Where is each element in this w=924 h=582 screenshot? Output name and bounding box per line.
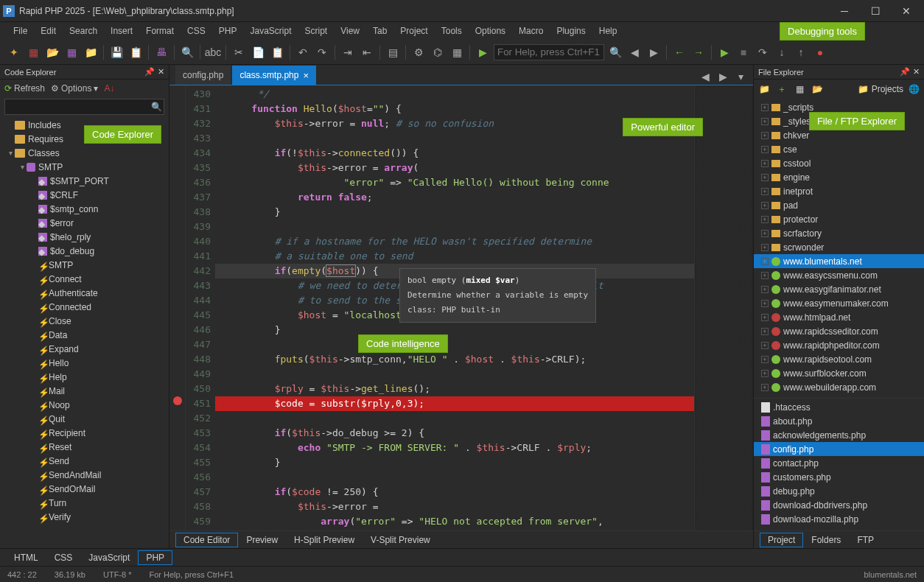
folder-node[interactable]: +scrfactory [754, 226, 924, 240]
file-node[interactable]: config.php [754, 442, 924, 456]
cut-icon[interactable]: ✂ [231, 44, 247, 60]
expand-icon[interactable]: + [761, 188, 769, 195]
tree-node[interactable]: ⚡Verify [0, 510, 169, 524]
menu-script[interactable]: Script [299, 24, 334, 38]
code-line[interactable]: if($this->do_debug >= 2) { [215, 426, 694, 441]
menu-tab[interactable]: Tab [367, 24, 393, 38]
menu-search[interactable]: Search [63, 24, 103, 38]
menu-edit[interactable]: Edit [35, 24, 62, 38]
code-line[interactable] [215, 220, 694, 234]
file-node[interactable]: about.php [754, 414, 924, 428]
folder-node[interactable]: +www.easygifanimator.net [754, 282, 924, 296]
tree-node[interactable]: ◆$do_debug [0, 244, 169, 258]
view-tab[interactable]: H-Split Preview [286, 533, 363, 547]
file-node[interactable]: download-dbdrivers.php [754, 498, 924, 512]
code-line[interactable]: return false; [215, 190, 694, 205]
find-prev-icon[interactable]: ◀ [626, 44, 643, 60]
tree-node[interactable]: ⚡Send [0, 454, 169, 468]
file-node[interactable]: download-mozilla.php [754, 512, 924, 526]
sort-button[interactable]: A↓ [104, 83, 114, 94]
expand-icon[interactable]: + [761, 258, 769, 265]
tool3-icon[interactable]: ▦ [449, 44, 465, 60]
tree-node[interactable]: ◆$error [0, 216, 169, 230]
lang-tab-css[interactable]: CSS [46, 550, 81, 565]
code-line[interactable]: } [215, 205, 694, 220]
folder-node[interactable]: +protector [754, 212, 924, 226]
pin-icon[interactable]: 📌 [900, 67, 910, 77]
folder-node[interactable]: +www.surfblocker.com [754, 366, 924, 380]
save-icon[interactable]: 💾 [108, 44, 125, 60]
code-line[interactable]: $this->error = [215, 499, 694, 514]
projects-dropdown[interactable]: 📁 Projects [858, 84, 903, 94]
tree-node[interactable]: ⚡Mail [0, 384, 169, 398]
folder-tree[interactable]: +_scripts+_styles+chkver+cse+csstool+eng… [754, 99, 924, 398]
tab-menu-icon[interactable]: ▾ [732, 69, 749, 85]
menu-tools[interactable]: Tools [435, 24, 468, 38]
open-folder-icon[interactable]: 📁 [83, 44, 99, 60]
code-line[interactable]: $code = substr($rply,0,3); [215, 396, 694, 411]
expand-icon[interactable]: + [761, 230, 769, 237]
tree-node[interactable]: ▾Classes [0, 146, 169, 160]
tree-node[interactable]: ⚡Reset [0, 440, 169, 454]
breakpoint-marker[interactable] [173, 396, 182, 405]
nav-icon[interactable]: 📂 [810, 82, 825, 97]
tree-node[interactable]: ⚡Quit [0, 412, 169, 426]
file-node[interactable]: .htaccess [754, 400, 924, 414]
print-icon[interactable]: 🖶 [153, 44, 169, 60]
file-node[interactable]: contact.php [754, 456, 924, 470]
folder-node[interactable]: +csstool [754, 156, 924, 170]
tree-node[interactable]: ⚡SendAndMail [0, 468, 169, 482]
undo-icon[interactable]: ↶ [295, 44, 311, 60]
code-line[interactable]: echo "SMTP -> FROM SERVER: " . $this->CR… [215, 441, 694, 455]
lang-tab-html[interactable]: HTML [6, 550, 46, 565]
view-tab[interactable]: Code Editor [175, 533, 238, 547]
indent-icon[interactable]: ⇥ [340, 44, 356, 60]
file-tab[interactable]: config.php [175, 66, 231, 85]
folder-node[interactable]: +www.rapidphpeditor.com [754, 338, 924, 352]
code-line[interactable]: if($code != 250) { [215, 485, 694, 499]
tree-node[interactable]: ◆$SMTP_PORT [0, 174, 169, 188]
folder-node[interactable]: +www.blumentals.net [754, 254, 924, 268]
breakpoint-icon[interactable]: ● [812, 44, 828, 60]
code-line[interactable] [215, 470, 694, 485]
close-panel-icon[interactable]: ✕ [913, 67, 920, 77]
file-node[interactable]: customers.php [754, 470, 924, 484]
tree-node[interactable]: ⚡Turn [0, 496, 169, 510]
code-line[interactable]: # if a hostname for the HELO wasn't spec… [215, 234, 694, 249]
code-line[interactable]: } [215, 455, 694, 470]
new-folder-icon[interactable]: 📁 [757, 82, 771, 97]
minimize-button[interactable]: ─ [830, 1, 859, 21]
debug-stop-icon[interactable]: ■ [735, 44, 752, 60]
menu-plugins[interactable]: Plugins [550, 24, 591, 38]
tree-node[interactable]: ⚡Expand [0, 342, 169, 356]
explorer-tab-folders[interactable]: Folders [803, 533, 849, 547]
tree-node[interactable]: ⚡SendOrMail [0, 482, 169, 496]
close-button[interactable]: ✕ [892, 1, 921, 21]
menu-options[interactable]: Options [469, 24, 511, 38]
redo-icon[interactable]: ↷ [314, 44, 330, 60]
spellcheck-icon[interactable]: abc [205, 44, 221, 60]
tab-prev-icon[interactable]: ◀ [697, 69, 713, 85]
pin-icon[interactable]: 📌 [144, 67, 155, 77]
file-list[interactable]: .htaccessabout.phpacknowledgements.phpco… [754, 398, 924, 530]
code-line[interactable]: $this->error = array( [215, 161, 694, 175]
menu-format[interactable]: Format [140, 24, 180, 38]
file-node[interactable]: acknowledgements.php [754, 428, 924, 442]
panel-icon[interactable]: ▤ [385, 44, 401, 60]
code-line[interactable] [215, 367, 694, 382]
tool2-icon[interactable]: ⌬ [430, 44, 446, 60]
view-icon[interactable]: ▦ [792, 82, 807, 97]
nav-back-icon[interactable]: ← [671, 44, 687, 60]
new-file-icon[interactable]: ＋ [774, 82, 789, 97]
expand-icon[interactable]: + [761, 244, 769, 251]
copy-icon[interactable]: 📄 [250, 44, 266, 60]
tree-node[interactable]: ▾SMTP [0, 160, 169, 174]
search-input[interactable] [494, 44, 604, 60]
save-all-icon[interactable]: 📋 [127, 44, 144, 60]
menu-css[interactable]: CSS [181, 24, 211, 38]
expand-icon[interactable]: + [761, 384, 769, 391]
menu-macro[interactable]: Macro [513, 24, 549, 38]
search-icon[interactable]: 🔍 [149, 102, 164, 112]
search-icon[interactable]: 🔍 [179, 44, 195, 60]
code-line[interactable] [215, 411, 694, 426]
